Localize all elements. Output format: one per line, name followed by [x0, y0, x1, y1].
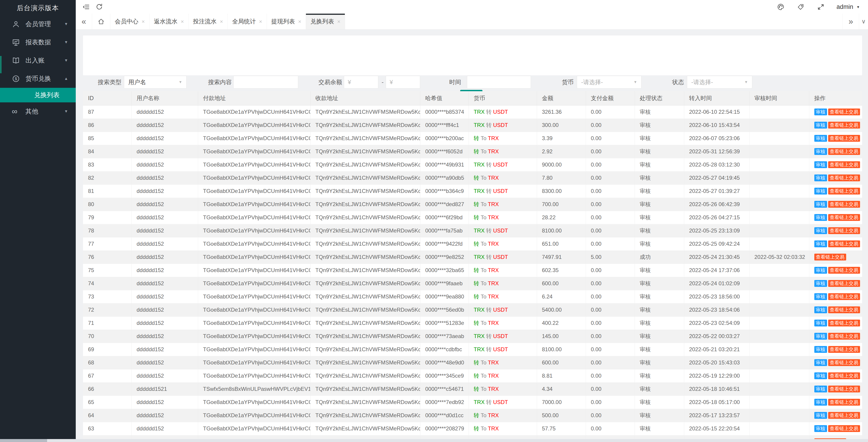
- close-icon[interactable]: ×: [181, 19, 184, 25]
- tab-全局统计[interactable]: 全局统计×: [228, 14, 267, 29]
- tabs-scroll-right-button[interactable]: »: [842, 14, 859, 29]
- close-icon[interactable]: ×: [298, 19, 301, 25]
- home-tab-button[interactable]: [92, 14, 110, 29]
- sidebar-item-其他[interactable]: ∞其他▼: [0, 102, 76, 121]
- close-icon[interactable]: ×: [142, 19, 145, 25]
- sidebar-item-出入账[interactable]: 出入账▼: [0, 52, 76, 70]
- audit-button[interactable]: 审核: [814, 333, 827, 340]
- audit-button[interactable]: 审核: [814, 122, 827, 129]
- audit-button[interactable]: 审核: [814, 412, 827, 419]
- currency-from: 转: [474, 241, 479, 247]
- view-chain-button[interactable]: 查看链上交易: [828, 175, 860, 181]
- view-chain-button[interactable]: 查看链上交易: [828, 201, 860, 208]
- sidebar-subitem-兑换列表[interactable]: 兑换列表: [0, 88, 76, 102]
- sidebar-scroll-thumb[interactable]: [0, 56, 2, 73]
- view-chain-button[interactable]: 查看链上交易: [828, 399, 860, 406]
- audit-button[interactable]: 审核: [814, 372, 827, 379]
- search-content-input[interactable]: [234, 76, 298, 88]
- audit-button[interactable]: 审核: [814, 227, 827, 234]
- status-select[interactable]: -请选择- ▼: [687, 76, 752, 89]
- currency-arrow: 转: [485, 122, 493, 128]
- tabs-dropdown-button[interactable]: ∨: [859, 14, 868, 29]
- tag-button[interactable]: [794, 0, 807, 14]
- view-chain-button[interactable]: 查看链上交易: [828, 280, 860, 287]
- close-icon[interactable]: ×: [220, 19, 223, 25]
- theme-button[interactable]: [774, 0, 787, 14]
- view-chain-button[interactable]: 查看链上交易: [828, 148, 860, 155]
- view-chain-button[interactable]: 查看链上交易: [828, 135, 860, 142]
- view-chain-button[interactable]: 查看链上交易: [828, 320, 860, 326]
- cell-currency: 转 To TRX: [469, 356, 537, 369]
- balance-max-input[interactable]: [386, 76, 420, 88]
- audit-button[interactable]: 审核: [814, 359, 827, 366]
- chevron-down-icon: ▼: [744, 80, 748, 84]
- cell-audit_time: [749, 132, 809, 145]
- sidebar-item-会员管理[interactable]: 会员管理▼: [0, 15, 76, 33]
- audit-button[interactable]: 审核: [814, 280, 827, 287]
- audit-button[interactable]: 审核: [814, 135, 827, 142]
- tab-投注流水[interactable]: 投注流水×: [189, 14, 228, 29]
- view-chain-button[interactable]: 查看链上交易: [828, 188, 860, 194]
- tab-会员中心[interactable]: 会员中心×: [110, 14, 150, 29]
- view-chain-button[interactable]: 查看链上交易: [828, 333, 860, 340]
- sidebar-item-货币兑换[interactable]: $货币兑换▲: [0, 70, 76, 88]
- audit-button[interactable]: 审核: [814, 241, 827, 247]
- user-menu[interactable]: admin ▼: [834, 3, 860, 10]
- balance-min-input[interactable]: [344, 76, 378, 88]
- horizontal-scrollbar-thumb[interactable]: [0, 439, 47, 442]
- cell-in_time: 2022-05-25 23:13:09: [684, 224, 749, 237]
- view-chain-button[interactable]: 查看链上交易: [828, 241, 860, 247]
- horizontal-scrollbar[interactable]: [0, 439, 868, 442]
- close-icon[interactable]: ×: [337, 19, 340, 25]
- audit-button[interactable]: 审核: [814, 148, 827, 155]
- currency-to: TRX: [488, 135, 499, 141]
- audit-button[interactable]: 审核: [814, 214, 827, 221]
- view-chain-button[interactable]: 查看链上交易: [828, 161, 860, 168]
- view-chain-button[interactable]: 查看链上交易: [828, 293, 860, 300]
- audit-button[interactable]: 审核: [814, 320, 827, 326]
- audit-button[interactable]: 审核: [814, 201, 827, 208]
- audit-button[interactable]: 审核: [814, 425, 827, 432]
- currency-to: USDT: [493, 227, 508, 233]
- view-chain-button[interactable]: 查看链上交易: [814, 254, 846, 260]
- audit-button[interactable]: 审核: [814, 188, 827, 194]
- tab-返水流水[interactable]: 返水流水×: [150, 14, 189, 29]
- view-chain-button[interactable]: 查看链上交易: [828, 108, 860, 115]
- currency-from: 转: [474, 201, 479, 207]
- view-chain-button[interactable]: 查看链上交易: [828, 122, 860, 129]
- cell-id: 86: [83, 119, 131, 132]
- view-chain-button[interactable]: 查看链上交易: [828, 227, 860, 234]
- audit-button[interactable]: 审核: [814, 386, 827, 392]
- view-chain-button[interactable]: 查看链上交易: [828, 412, 860, 419]
- cell-currency: 转 To TRX: [469, 316, 537, 329]
- audit-button[interactable]: 审核: [814, 346, 827, 353]
- currency-from: TRX: [474, 333, 485, 339]
- collapse-sidebar-button[interactable]: [80, 0, 93, 14]
- view-chain-button[interactable]: 查看链上交易: [828, 307, 860, 313]
- view-chain-button[interactable]: 查看链上交易: [828, 425, 860, 432]
- audit-button[interactable]: 审核: [814, 175, 827, 181]
- audit-button[interactable]: 审核: [814, 267, 827, 274]
- currency-select[interactable]: -请选择- ▼: [577, 76, 642, 89]
- refresh-button[interactable]: [93, 0, 106, 14]
- view-chain-button[interactable]: 查看链上交易: [828, 346, 860, 353]
- audit-button[interactable]: 审核: [814, 399, 827, 406]
- time-input[interactable]: [467, 76, 531, 88]
- tabs-scroll-left-button[interactable]: «: [76, 14, 92, 29]
- view-chain-button[interactable]: 查看链上交易: [828, 359, 860, 366]
- audit-button[interactable]: 审核: [814, 293, 827, 300]
- view-chain-button[interactable]: 查看链上交易: [828, 386, 860, 392]
- audit-button[interactable]: 审核: [814, 161, 827, 168]
- audit-button[interactable]: 审核: [814, 307, 827, 313]
- view-chain-button[interactable]: 查看链上交易: [828, 372, 860, 379]
- sidebar-item-报表数据[interactable]: 报表数据▼: [0, 33, 76, 52]
- tab-兑换列表[interactable]: 兑换列表×: [306, 14, 345, 29]
- tab-提现列表[interactable]: 提现列表×: [267, 14, 306, 29]
- view-chain-button[interactable]: 查看链上交易: [828, 214, 860, 221]
- audit-button[interactable]: 审核: [814, 108, 827, 115]
- close-icon[interactable]: ×: [259, 19, 262, 25]
- fullscreen-button[interactable]: [814, 0, 828, 14]
- view-chain-button[interactable]: 查看链上交易: [828, 267, 860, 274]
- cell-id: 72: [83, 303, 131, 316]
- search-type-select[interactable]: 用户名 ▼: [124, 76, 187, 89]
